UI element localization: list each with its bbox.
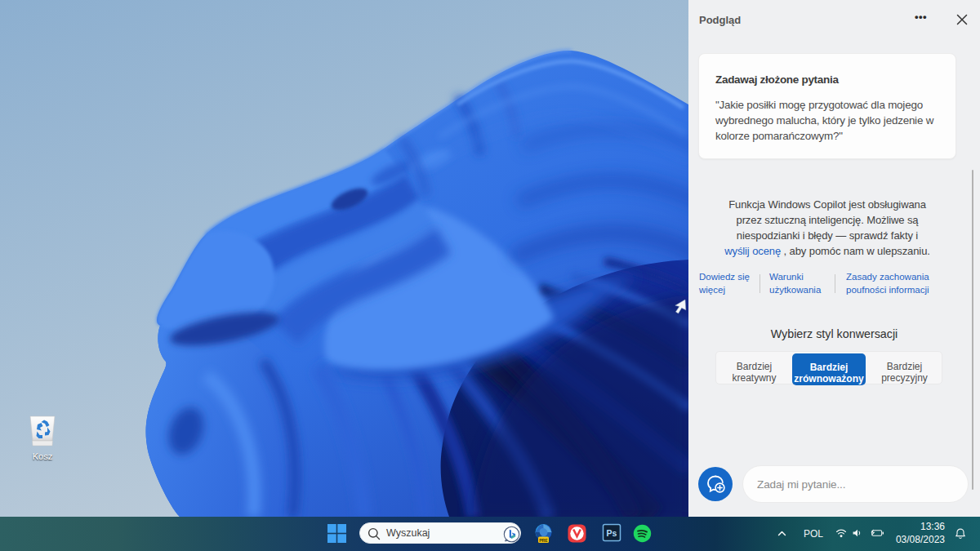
svg-text:PRE: PRE (539, 538, 548, 543)
svg-text:Ps: Ps (607, 528, 617, 538)
